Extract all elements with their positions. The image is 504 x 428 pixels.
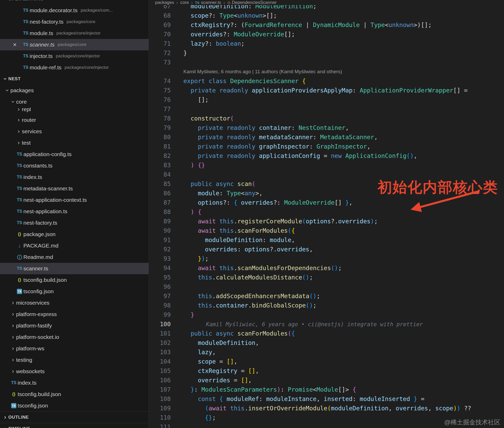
tree-item[interactable]: packages bbox=[0, 85, 149, 96]
tree-item[interactable]: TStsconfig.json bbox=[0, 286, 149, 297]
code-line[interactable]: 87 options?: { overrides?: ModuleOverrid… bbox=[149, 198, 504, 207]
open-editors-title: OPEN EDITORS bbox=[8, 0, 43, 2]
tree-item-label: tsconfig.json bbox=[23, 288, 54, 295]
code-line[interactable]: 83 ) {} bbox=[149, 160, 504, 170]
tree-item[interactable]: {}tsconfig.build.json bbox=[0, 389, 149, 400]
line-number: 99 bbox=[149, 310, 171, 319]
tree-item[interactable]: TSnest-factory.ts bbox=[0, 217, 149, 229]
code-line[interactable]: 80 private readonly metadataScanner: Met… bbox=[149, 132, 504, 142]
code-line[interactable]: 100Kamil Myśliwiec, 6 years ago • ci(@ne… bbox=[149, 319, 504, 329]
code-line[interactable]: 76 []; bbox=[149, 95, 504, 104]
tree-item[interactable]: TSnest-application-context.ts bbox=[0, 194, 149, 206]
code-line[interactable]: 104 scope = [], bbox=[149, 357, 504, 366]
code-text bbox=[171, 104, 183, 114]
tree-item[interactable]: test bbox=[0, 137, 149, 149]
tree-item[interactable]: platform-socket.io bbox=[0, 331, 149, 343]
explorer-section-header[interactable]: NEST bbox=[0, 73, 149, 85]
chevron-down-icon bbox=[2, 76, 8, 82]
code-line[interactable]: 90 await this.scanForModules({ bbox=[149, 226, 504, 235]
line-number: 97 bbox=[149, 291, 171, 301]
open-editor-item[interactable]: TSmodule.decorator.tspackages/com... bbox=[0, 5, 149, 16]
code-line[interactable]: 109 (await this.insertOrOverrideModule(m… bbox=[149, 404, 504, 413]
code-line[interactable]: 102 moduleDefinition, bbox=[149, 338, 504, 347]
open-editor-item[interactable]: TSinjector.tspackages/core/injector bbox=[0, 50, 149, 62]
code-line[interactable]: 74export class DependenciesScanner { bbox=[149, 76, 504, 86]
tree-item[interactable]: ↓PACKAGE.md bbox=[0, 240, 149, 251]
code-line[interactable]: 103 lazy, bbox=[149, 347, 504, 357]
code-line[interactable]: 93 }); bbox=[149, 254, 504, 263]
tree-item[interactable]: TSscanner.ts bbox=[0, 263, 149, 274]
code-line[interactable]: 72} bbox=[149, 48, 504, 58]
code-line[interactable]: 108 const { moduleRef: moduleInstance, i… bbox=[149, 394, 504, 404]
tree-item[interactable]: platform-fastify bbox=[0, 320, 149, 331]
open-editor-filename: module-ref.ts bbox=[30, 64, 62, 71]
outline-title: OUTLINE bbox=[8, 415, 29, 420]
code-line[interactable]: 106 overrides = [], bbox=[149, 376, 504, 385]
tree-item[interactable]: core bbox=[0, 96, 149, 108]
open-editor-item[interactable]: ×TSscanner.tspackages/core bbox=[0, 39, 149, 50]
code-line[interactable]: 82 private readonly applicationConfig = … bbox=[149, 151, 504, 160]
line-number: 91 bbox=[149, 235, 171, 245]
tree-item[interactable]: TSindex.ts bbox=[0, 171, 149, 183]
code-line[interactable]: 96 bbox=[149, 282, 504, 291]
tree-item[interactable]: TSindex.ts bbox=[0, 377, 149, 389]
code-line[interactable]: 105 ctxRegistry = [], bbox=[149, 366, 504, 376]
code-line[interactable]: 107 }: ModulesScanParameters): Promise<M… bbox=[149, 385, 504, 394]
tree-item[interactable]: testing bbox=[0, 354, 149, 366]
code-line[interactable]: 79 private readonly container: NestConta… bbox=[149, 123, 504, 132]
code-line[interactable]: 77 bbox=[149, 104, 504, 114]
tree-item[interactable]: TSapplication-config.ts bbox=[0, 149, 149, 160]
code-line[interactable]: 73 bbox=[149, 58, 504, 67]
code-line[interactable]: 88 ) { bbox=[149, 207, 504, 217]
code-text: }); bbox=[171, 254, 209, 263]
outline-section-header[interactable]: OUTLINE bbox=[0, 411, 149, 423]
open-editor-item[interactable]: TSmodule-ref.tspackages/core/injector bbox=[0, 62, 149, 73]
tree-item-label: platform-express bbox=[16, 311, 57, 317]
tree-item[interactable]: websockets bbox=[0, 366, 149, 377]
codelens-blame[interactable]: Kamil Myśliwiec, 6 months ago | 11 autho… bbox=[171, 67, 342, 76]
tree-item[interactable]: services bbox=[0, 126, 149, 137]
breadcrumb-item[interactable]: core bbox=[180, 0, 189, 5]
tree-item[interactable]: platform-express bbox=[0, 309, 149, 320]
breadcrumb-item[interactable]: DependenciesScanner bbox=[232, 0, 277, 5]
code-line[interactable]: 75 private readonly applicationProviders… bbox=[149, 86, 504, 95]
code-line[interactable]: 91 moduleDefinition: module, bbox=[149, 235, 504, 245]
code-line[interactable]: 94 await this.scanModulesForDependencies… bbox=[149, 263, 504, 273]
tree-item[interactable]: TStsconfig.json bbox=[0, 400, 149, 411]
code-line[interactable]: 95 this.calculateModulesDistance(); bbox=[149, 273, 504, 282]
tree-item[interactable]: iReadme.md bbox=[0, 251, 149, 263]
codelens-row[interactable]: Kamil Myśliwiec, 6 months ago | 11 autho… bbox=[149, 67, 504, 76]
breadcrumb-item[interactable]: scanner.ts bbox=[201, 0, 221, 5]
tree-item-label: platform-socket.io bbox=[16, 334, 59, 340]
tree-item[interactable]: TSnest-application.ts bbox=[0, 206, 149, 217]
timeline-section-header[interactable]: TIMELINE bbox=[0, 423, 149, 428]
tree-item[interactable]: platform-ws bbox=[0, 343, 149, 354]
code-line[interactable]: 99 } bbox=[149, 310, 504, 319]
code-line[interactable]: 69 ctxRegistry?: (ForwardReference | Dyn… bbox=[149, 20, 504, 30]
tree-item[interactable]: {}package.json bbox=[0, 229, 149, 240]
typescript-icon: TS bbox=[22, 8, 30, 13]
breadcrumb-item[interactable]: packages bbox=[155, 0, 174, 5]
code-line[interactable]: 68 scope?: Type<unknown>[]; bbox=[149, 11, 504, 20]
code-line[interactable]: 98 this.container.bindGlobalScope(); bbox=[149, 301, 504, 310]
code-line[interactable]: 71 lazy?: boolean; bbox=[149, 39, 504, 48]
tree-item[interactable]: repl bbox=[0, 108, 149, 114]
code-line[interactable]: 70 overrides?: ModuleOverride[]; bbox=[149, 30, 504, 39]
code-line[interactable]: 97 this.addScopedEnhancersMetadata(); bbox=[149, 291, 504, 301]
tree-item[interactable]: {}tsconfig.build.json bbox=[0, 274, 149, 286]
tree-item[interactable]: microservices bbox=[0, 297, 149, 309]
open-editor-item[interactable]: TSmodule.tspackages/core/injector bbox=[0, 28, 149, 39]
code-line[interactable]: 78 constructor( bbox=[149, 114, 504, 123]
tree-item[interactable]: TSconstants.ts bbox=[0, 160, 149, 171]
tree-item[interactable]: router bbox=[0, 114, 149, 126]
code-line[interactable]: 89 await this.registerCoreModule(options… bbox=[149, 217, 504, 226]
open-editor-item[interactable]: TSnest-factory.tspackages/core bbox=[0, 16, 149, 28]
code-line[interactable]: 92 overrides: options?.overrides, bbox=[149, 245, 504, 254]
code-text: constructor( bbox=[171, 114, 234, 123]
open-editors-header[interactable]: OPEN EDITORS bbox=[0, 0, 149, 5]
code-line[interactable]: 81 private readonly graphInspector: Grap… bbox=[149, 142, 504, 151]
tree-item-label: tsconfig.build.json bbox=[18, 391, 61, 397]
code-line[interactable]: 101 public async scanForModules({ bbox=[149, 329, 504, 338]
tree-item-label: scanner.ts bbox=[23, 265, 48, 272]
tree-item[interactable]: TSmetadata-scanner.ts bbox=[0, 183, 149, 194]
